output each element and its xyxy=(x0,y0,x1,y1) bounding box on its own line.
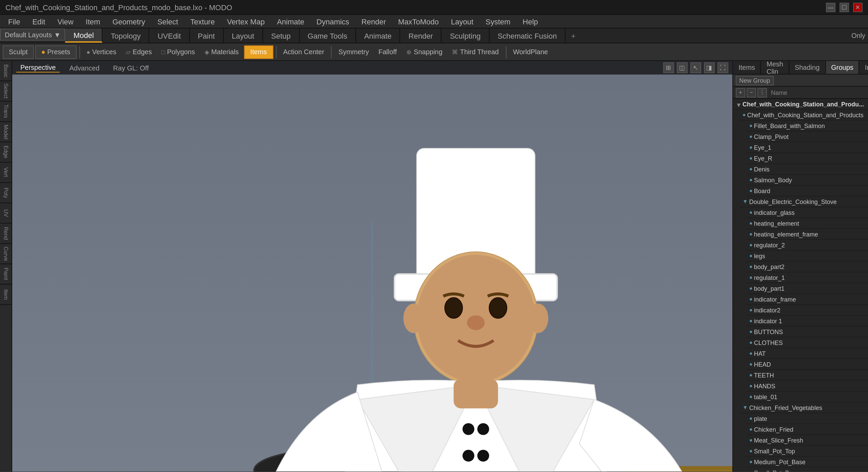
list-item[interactable]: ● indicator_frame xyxy=(747,294,868,305)
items-button[interactable]: Items xyxy=(244,45,273,59)
tab-render[interactable]: Render xyxy=(400,28,442,43)
falloff-button[interactable]: Falloff xyxy=(374,45,401,59)
list-item[interactable]: ● TEETH xyxy=(747,370,868,381)
list-item[interactable]: ● body_part1 xyxy=(747,283,868,294)
sidebar-tab-transform[interactable]: Trans xyxy=(0,102,12,122)
list-item[interactable]: ● Fillet_Board_with_Salmon xyxy=(747,121,868,131)
sidebar-tab-edge[interactable]: Edge xyxy=(0,142,12,163)
rp-tab-shading[interactable]: Shading xyxy=(789,61,826,74)
action-center-button[interactable]: Action Center xyxy=(279,45,328,59)
tab-layout[interactable]: Layout xyxy=(224,28,263,43)
list-item[interactable]: ● table_01 xyxy=(747,392,868,403)
sidebar-tab-model[interactable]: Model xyxy=(0,122,12,142)
sidebar-tab-paint[interactable]: Paint xyxy=(0,264,12,285)
tab-game-tools[interactable]: Game Tools xyxy=(300,28,356,43)
rp-tab-items[interactable]: Items xyxy=(733,61,761,74)
edges-button[interactable]: ▱ Edges xyxy=(122,45,156,59)
menu-geometry[interactable]: Geometry xyxy=(107,16,151,27)
sidebar-tab-vert[interactable]: Vert xyxy=(0,163,12,183)
sidebar-tab-uv[interactable]: UV xyxy=(0,203,12,224)
menu-help[interactable]: Help xyxy=(517,16,543,27)
list-item[interactable]: ● Medium_Pot_Base xyxy=(747,456,868,467)
list-item[interactable]: ● indicator2 xyxy=(747,305,868,316)
vp-icon-grid[interactable]: ⊞ xyxy=(663,62,674,73)
list-item[interactable]: ● regulator_1 xyxy=(747,272,868,283)
list-item[interactable]: ● heating_element xyxy=(747,218,868,229)
menu-file[interactable]: File xyxy=(3,16,25,27)
menu-edit[interactable]: Edit xyxy=(27,16,51,27)
close-button[interactable]: ✕ xyxy=(853,2,863,12)
polygons-button[interactable]: □ Polygons xyxy=(157,45,199,59)
sculpt-button[interactable]: Sculpt xyxy=(3,45,34,59)
menu-view[interactable]: View xyxy=(52,16,79,27)
scene-list[interactable]: ▼ Chef_with_Cooking_Station_and_Produ...… xyxy=(733,99,868,472)
list-item[interactable]: ● HANDS xyxy=(747,381,868,392)
maximize-button[interactable]: ☐ xyxy=(840,2,849,12)
tab-animate[interactable]: Animate xyxy=(356,28,401,43)
viewport-3d[interactable]: Perspective Advanced Ray GL: Off ⊞ ◫ ↖ ◨… xyxy=(12,61,732,472)
tab-paint[interactable]: Paint xyxy=(190,28,224,43)
menu-animate[interactable]: Animate xyxy=(271,16,310,27)
layout-selector[interactable]: Default Layouts ▼ xyxy=(0,28,65,41)
list-item[interactable]: ● body_part2 xyxy=(747,262,868,272)
materials-button[interactable]: ◈ Materials xyxy=(200,45,243,59)
minimize-button[interactable]: — xyxy=(826,2,835,12)
workplane-button[interactable]: WorldPlane xyxy=(509,45,552,59)
sl-add-button[interactable]: + xyxy=(736,88,745,97)
list-item[interactable]: ● HEAD xyxy=(747,359,868,370)
sidebar-tab-item[interactable]: Item xyxy=(0,285,12,305)
list-item[interactable]: ● indicator 1 xyxy=(747,316,868,327)
menu-system[interactable]: System xyxy=(480,16,516,27)
third-thread-button[interactable]: ⌘ Third Thread xyxy=(448,45,503,59)
vp-tab-perspective[interactable]: Perspective xyxy=(16,63,60,73)
tab-model[interactable]: Model xyxy=(65,28,103,43)
tab-topology[interactable]: Topology xyxy=(103,28,150,43)
symmetry-button[interactable]: Symmetry xyxy=(334,45,373,59)
list-item[interactable]: ● Eye_1 xyxy=(747,142,868,153)
list-item[interactable]: ● Chicken_Fried xyxy=(747,424,868,435)
list-item[interactable]: ● Eye_R xyxy=(747,153,868,164)
list-item[interactable]: ▼ Double_Electric_Cooking_Stove xyxy=(740,197,868,207)
tab-setup[interactable]: Setup xyxy=(263,28,299,43)
list-item[interactable]: ● heating_element_frame xyxy=(747,229,868,240)
list-item[interactable]: ● indicator_glass xyxy=(747,207,868,218)
list-item[interactable]: ● HAT xyxy=(747,348,868,359)
sidebar-tab-polygon[interactable]: Poly xyxy=(0,183,12,203)
list-item[interactable]: ● Clamp_Pivot xyxy=(747,131,868,142)
list-item[interactable]: ● plate xyxy=(747,413,868,424)
vp-tab-advanced[interactable]: Advanced xyxy=(65,63,103,72)
rp-tab-mesh-clip[interactable]: Mesh Clin xyxy=(761,61,789,74)
menu-select[interactable]: Select xyxy=(152,16,184,27)
list-item[interactable]: ● legs xyxy=(747,251,868,262)
vertices-button[interactable]: ● Vertices xyxy=(82,45,120,59)
sidebar-tab-select[interactable]: Select xyxy=(0,81,12,102)
menu-layout[interactable]: Layout xyxy=(446,16,479,27)
vp-icon-fullscreen[interactable]: ⛶ xyxy=(717,62,728,73)
menu-render[interactable]: Render xyxy=(356,16,391,27)
3d-scene[interactable]: Y X Z No Items Polygons : Face Channels:… xyxy=(12,75,732,472)
sl-options-button[interactable]: ⋮ xyxy=(757,88,767,97)
menu-texture[interactable]: Texture xyxy=(185,16,220,27)
add-layout-tab[interactable]: + xyxy=(566,28,581,43)
list-item[interactable]: ● Small_Pot_Top xyxy=(747,446,868,456)
presets-button[interactable]: ● Presets xyxy=(35,45,76,59)
list-item[interactable]: ● BUTTONS xyxy=(747,327,868,337)
list-item[interactable]: ● Meat_Slice_Fresh xyxy=(747,435,868,446)
list-item[interactable]: ● Board xyxy=(747,186,868,197)
list-item[interactable]: ● Denis xyxy=(747,164,868,175)
list-item[interactable]: ● regulator_2 xyxy=(747,240,868,251)
tab-sculpting[interactable]: Sculpting xyxy=(442,28,489,43)
menu-vertex-map[interactable]: Vertex Map xyxy=(221,16,270,27)
vp-icon-home[interactable]: ↖ xyxy=(690,62,701,73)
rp-tab-groups[interactable]: Groups xyxy=(826,61,860,74)
scene-root-item[interactable]: ▼ Chef_with_Cooking_Station_and_Produ... xyxy=(733,99,868,110)
list-item[interactable]: ▼ Chicken_Fried_Vegetables xyxy=(740,403,868,413)
tab-uvedit[interactable]: UVEdit xyxy=(150,28,190,43)
window-controls[interactable]: — ☐ ✕ xyxy=(826,2,863,12)
vp-icon-split[interactable]: ◫ xyxy=(677,62,688,73)
rp-tab-images[interactable]: Images xyxy=(860,61,868,74)
vp-icon-panel[interactable]: ◨ xyxy=(704,62,715,73)
menu-item[interactable]: Item xyxy=(80,16,106,27)
snapping-button[interactable]: ⊕ Snapping xyxy=(402,45,446,59)
tab-schematic-fusion[interactable]: Schematic Fusion xyxy=(489,28,566,43)
